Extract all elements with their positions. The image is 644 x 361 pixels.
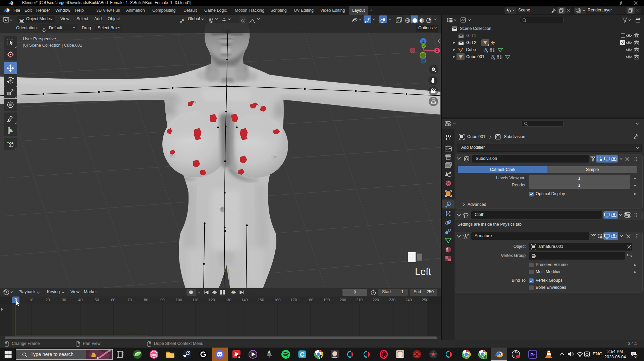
svg-text:osu!: osu! [151,353,157,356]
svg-text:Pr: Pr [530,352,535,357]
svg-text:5: 5 [635,354,636,358]
svg-text:X: X [436,49,438,53]
svg-text:C: C [300,351,305,358]
svg-text:Z: Z [422,39,425,43]
svg-text:Y: Y [423,45,425,48]
